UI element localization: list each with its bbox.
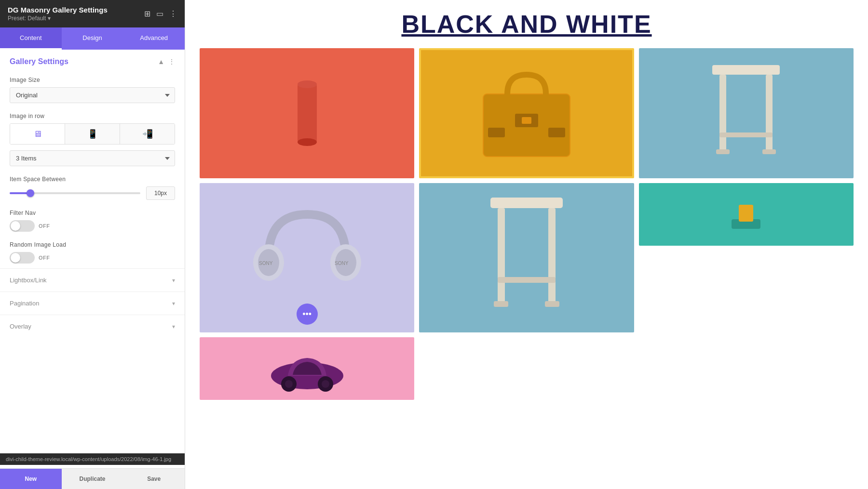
pagination-header[interactable]: Pagination ▾ — [0, 292, 185, 315]
left-panel: DG Masonry Gallery Settings Preset: Defa… — [0, 0, 185, 489]
svg-rect-27 — [739, 205, 753, 222]
panel-header: DG Masonry Gallery Settings Preset: Defa… — [0, 0, 185, 27]
svg-text:SONY: SONY — [259, 261, 273, 266]
svg-rect-6 — [488, 128, 505, 137]
device-row: 🖥 📱 📲 — [10, 123, 175, 145]
svg-rect-12 — [716, 149, 730, 154]
svg-rect-22 — [548, 208, 556, 304]
svg-rect-8 — [712, 65, 780, 75]
tab-advanced[interactable]: Advanced — [123, 27, 185, 50]
panel-title: DG Masonry Gallery Settings — [8, 6, 108, 14]
duplicate-button[interactable]: Duplicate — [62, 469, 123, 489]
gallery-item-car[interactable] — [200, 337, 414, 400]
random-load-knob — [11, 253, 20, 263]
pagination-section: Pagination ▾ — [0, 291, 185, 315]
svg-rect-13 — [762, 149, 776, 154]
image-size-select[interactable]: Original Thumbnail Medium Large — [10, 87, 175, 103]
image-in-row-label: Image in row — [10, 113, 175, 119]
red-cup-svg — [288, 75, 326, 152]
gallery-item-stool2[interactable] — [419, 183, 634, 332]
desktop-btn[interactable]: 🖥 — [10, 124, 65, 144]
svg-point-2 — [298, 138, 317, 146]
stool2-svg — [478, 185, 575, 330]
gallery-item-headphones[interactable]: SONY SONY ••• — [200, 183, 414, 332]
gallery-item-yellow[interactable] — [419, 48, 634, 178]
pagination-title: Pagination — [10, 300, 39, 307]
svg-rect-0 — [298, 84, 317, 142]
yellow-bag-svg — [474, 65, 580, 161]
svg-rect-23 — [498, 277, 556, 283]
svg-rect-7 — [548, 128, 565, 137]
slider-row — [10, 186, 175, 200]
lightbox-header[interactable]: Lightbox/Link ▾ — [0, 269, 185, 291]
status-bar: divi-child-theme-review.local/wp-content… — [0, 453, 185, 465]
slider-value-input[interactable] — [146, 186, 175, 200]
tablet-icon: 📱 — [87, 129, 98, 139]
svg-point-1 — [298, 80, 317, 88]
random-load-toggle-wrapper: OFF — [10, 252, 175, 264]
filter-nav-knob — [11, 221, 20, 231]
filter-nav-toggle[interactable] — [10, 220, 35, 232]
layout-icon[interactable]: ▭ — [156, 9, 163, 18]
lightbox-section: Lightbox/Link ▾ — [0, 268, 185, 291]
panel-preset[interactable]: Preset: Default ▾ — [8, 15, 108, 22]
item-space-label: Item Space Between — [10, 176, 175, 183]
desktop-icon: 🖥 — [33, 129, 42, 139]
overlay-section: Overlay ▾ — [0, 315, 185, 338]
overlay-chevron: ▾ — [172, 323, 175, 330]
save-button[interactable]: Save — [123, 469, 185, 489]
section-header: Gallery Settings ▲ ⋮ — [0, 50, 185, 72]
svg-text:SONY: SONY — [335, 261, 349, 266]
tab-content[interactable]: Content — [0, 27, 62, 50]
panel-tabs: Content Design Advanced — [0, 27, 185, 50]
random-load-row: Random Image Load OFF — [0, 237, 185, 268]
item-space-row: Item Space Between — [0, 171, 185, 205]
random-load-toggle[interactable] — [10, 252, 35, 264]
tab-design[interactable]: Design — [62, 27, 123, 50]
overlay-header[interactable]: Overlay ▾ — [0, 315, 185, 338]
new-button[interactable]: New — [0, 469, 62, 489]
panel-header-left: DG Masonry Gallery Settings Preset: Defa… — [8, 6, 108, 22]
gallery-item-stool1[interactable] — [639, 48, 854, 178]
section-header-icons: ▲ ⋮ — [158, 58, 175, 66]
svg-rect-24 — [494, 301, 508, 307]
grid-icon[interactable]: ⊞ — [144, 9, 150, 18]
svg-rect-10 — [766, 75, 773, 152]
gallery-item-red[interactable] — [200, 48, 414, 178]
mobile-btn[interactable]: 📲 — [120, 124, 175, 144]
section-more-icon[interactable]: ⋮ — [168, 58, 175, 66]
panel-header-icons: ⊞ ▭ ⋮ — [144, 9, 177, 18]
tablet-btn[interactable]: 📱 — [65, 124, 120, 144]
svg-rect-21 — [498, 208, 505, 304]
car-svg — [264, 344, 351, 393]
gallery-item-teal[interactable] — [639, 183, 854, 246]
svg-point-30 — [285, 380, 293, 388]
image-size-label: Image Size — [10, 77, 175, 83]
items-per-row-select[interactable]: 1 Items 2 Items 3 Items 4 Items — [10, 150, 175, 166]
panel-content: Gallery Settings ▲ ⋮ Image Size Original… — [0, 50, 185, 489]
collapse-icon[interactable]: ▲ — [158, 58, 164, 66]
right-panel: BLACK AND WHITE — [185, 0, 868, 489]
section-title: Gallery Settings — [10, 57, 68, 66]
slider-track[interactable] — [10, 192, 140, 194]
filter-nav-row: Filter Nav OFF — [0, 205, 185, 237]
random-load-state: OFF — [39, 255, 50, 261]
dots-button[interactable]: ••• — [297, 304, 318, 325]
svg-rect-9 — [719, 75, 726, 152]
gallery-title: BLACK AND WHITE — [200, 10, 854, 39]
image-in-row-row: Image in row 🖥 📱 📲 1 Items 2 Items 3 Ite… — [0, 108, 185, 171]
status-text: divi-child-theme-review.local/wp-content… — [6, 456, 171, 462]
slider-thumb[interactable] — [27, 189, 34, 197]
teal-item-svg — [727, 195, 765, 234]
svg-rect-11 — [719, 132, 773, 137]
filter-nav-toggle-wrapper: OFF — [10, 220, 175, 232]
random-load-label: Random Image Load — [10, 241, 175, 248]
dots-label: ••• — [302, 309, 312, 319]
filter-nav-label: Filter Nav — [10, 210, 175, 216]
image-size-row: Image Size Original Thumbnail Medium Lar… — [0, 72, 185, 108]
gallery-grid: SONY SONY ••• — [200, 48, 854, 400]
svg-rect-25 — [545, 301, 559, 307]
more-icon[interactable]: ⋮ — [169, 9, 177, 18]
overlay-title: Overlay — [10, 323, 31, 330]
filter-nav-state: OFF — [39, 223, 50, 229]
